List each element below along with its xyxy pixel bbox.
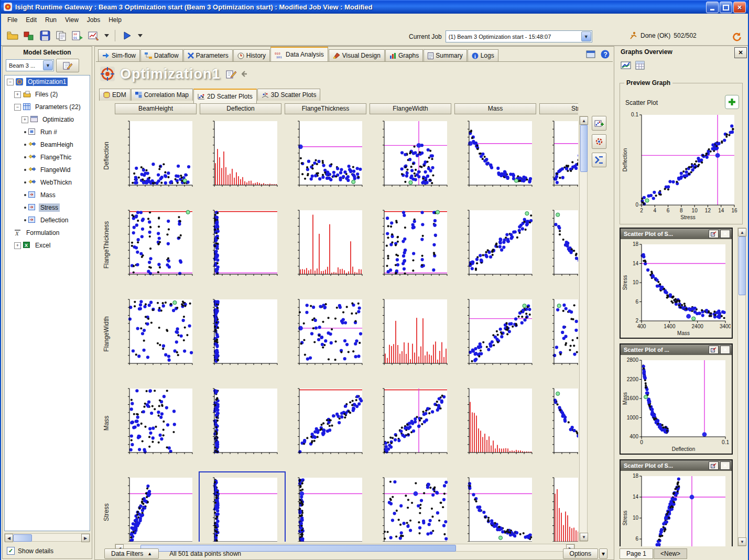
open-model-button[interactable]: [5, 28, 20, 44]
scroll-up-arrow[interactable]: ▲: [580, 116, 588, 125]
matrix-cell-mass-vs-beamheight[interactable]: [115, 383, 200, 472]
close-panel-button[interactable]: ✕: [734, 47, 747, 58]
collapse-icon[interactable]: −: [14, 104, 21, 111]
scroll-down-arrow[interactable]: ▼: [738, 537, 746, 546]
tree-item-beamheigh[interactable]: BeamHeigh: [5, 138, 90, 151]
save-button[interactable]: [37, 28, 52, 44]
scatter-plot[interactable]: 400100016002200280000.1MassDeflection: [622, 356, 731, 453]
run-button[interactable]: [120, 28, 135, 44]
float-panel-button[interactable]: [585, 49, 596, 59]
collapse-icon[interactable]: −: [7, 79, 14, 85]
options-dropdown-button[interactable]: ▾: [599, 548, 607, 559]
tree-item-run[interactable]: Run #: [5, 126, 90, 138]
subtab-edm[interactable]: EDM: [99, 89, 131, 101]
graph-template-dropdown[interactable]: [102, 28, 111, 44]
tree-item-files-2[interactable]: +Files (2): [5, 88, 90, 101]
options-button[interactable]: Options: [563, 548, 598, 559]
matrix-cell-flangewidth-vs-mass[interactable]: [454, 294, 539, 383]
scroll-up-arrow[interactable]: ▲: [738, 228, 746, 236]
subtab-2d-scatter-plots[interactable]: 2D Scatter Plots: [193, 89, 257, 103]
export-graph-button[interactable]: [709, 461, 719, 470]
matrix-vertical-scrollbar[interactable]: ▲ ▼: [579, 116, 588, 542]
tree-item-mass[interactable]: Mass: [5, 189, 90, 201]
edit-title-button[interactable]: [226, 69, 236, 79]
tree-item-webthickn[interactable]: WebThickn: [5, 176, 90, 189]
refresh-button[interactable]: [730, 30, 743, 43]
export-graph-button[interactable]: [709, 346, 719, 354]
matrix-cell-flangewidth-vs-beamheight[interactable]: [115, 294, 200, 383]
tab-parameters[interactable]: Parameters: [183, 49, 233, 61]
close-graph-button[interactable]: ✕: [720, 230, 730, 238]
matrix-cell-stress-vs-flangewidth[interactable]: [370, 472, 454, 542]
graphs-vertical-scrollbar[interactable]: ▲ ▼: [737, 228, 746, 546]
scatter-plot[interactable]: 26101418400140024003400StressMass: [622, 240, 731, 337]
page-tab-page-1[interactable]: Page 1: [620, 548, 653, 559]
dropdown-arrow-icon[interactable]: ▼: [581, 31, 591, 41]
column-header-mass[interactable]: Mass: [454, 103, 536, 114]
menu-jobs[interactable]: Jobs: [83, 15, 104, 25]
expand-icon[interactable]: +: [14, 91, 21, 98]
matrix-cell-stress-vs-mass[interactable]: [454, 472, 539, 542]
model-edit-button[interactable]: [56, 59, 79, 72]
graph-window-titlebar[interactable]: Scatter Plot of S...✕: [621, 460, 732, 471]
graph-settings-button[interactable]: [592, 134, 606, 149]
scrollbar-thumb[interactable]: [580, 125, 588, 172]
matrix-cell-mass-vs-flangewidth[interactable]: [370, 383, 454, 472]
scroll-left-arrow[interactable]: ◀: [5, 534, 13, 542]
subtab-3d-scatter-plots[interactable]: 3D Scatter Plots: [257, 89, 321, 101]
matrix-cell-mass-vs-flangethickness[interactable]: [285, 383, 370, 472]
matrix-cell-flangewidth-vs-stress[interactable]: [539, 294, 578, 383]
close-button[interactable]: ✕: [733, 2, 746, 13]
matrix-cell-stress-vs-deflection[interactable]: [200, 472, 285, 542]
tab-dataflow[interactable]: Dataflow: [140, 49, 183, 61]
tab-graphs[interactable]: Graphs: [385, 49, 423, 61]
column-header-flangethickness[interactable]: FlangeThickness: [285, 103, 366, 114]
matrix-cell-stress-vs-beamheight[interactable]: [115, 472, 200, 542]
matrix-cell-mass-vs-stress[interactable]: [539, 383, 578, 472]
tree-item-excel[interactable]: +XExcel: [5, 239, 90, 252]
tab-data-analysis[interactable]: 010101Data Analysis: [270, 47, 328, 61]
matrix-cell-deflection-vs-flangethickness[interactable]: [285, 116, 370, 205]
matrix-cell-deflection-vs-beamheight[interactable]: [115, 116, 200, 205]
matrix-cell-mass-vs-deflection[interactable]: [200, 383, 285, 472]
tree-horizontal-scrollbar[interactable]: ◀ ▶: [4, 533, 90, 542]
tab-summary[interactable]: Summary: [424, 49, 466, 61]
graph-view-icon[interactable]: [621, 61, 631, 70]
column-header-flangewidth[interactable]: FlangeWidth: [370, 103, 451, 114]
matrix-cell-deflection-vs-flangewidth[interactable]: [370, 116, 454, 205]
menu-help[interactable]: Help: [104, 15, 126, 25]
scrollbar-thumb[interactable]: [13, 534, 32, 542]
matrix-cell-flangethickness-vs-flangewidth[interactable]: [370, 205, 454, 294]
tab-history[interactable]: History: [233, 49, 270, 61]
subtab-correlation-map[interactable]: Correlation Map: [131, 89, 193, 101]
matrix-cell-stress-vs-flangethickness[interactable]: [285, 472, 370, 542]
matrix-cell-deflection-vs-mass[interactable]: [454, 116, 539, 205]
menu-edit[interactable]: Edit: [21, 15, 41, 25]
menu-run[interactable]: Run: [41, 15, 61, 25]
tab-logs[interactable]: iLogs: [468, 49, 498, 61]
matrix-cell-flangethickness-vs-mass[interactable]: [454, 205, 539, 294]
scroll-right-arrow[interactable]: ▶: [81, 534, 90, 542]
column-header-beamheight[interactable]: BeamHeight: [115, 103, 197, 114]
matrix-cell-deflection-vs-deflection[interactable]: [200, 116, 285, 205]
components-button[interactable]: [21, 28, 36, 44]
export-graph-button[interactable]: [709, 230, 719, 238]
run-dropdown[interactable]: [136, 28, 144, 44]
scrollbar-thumb[interactable]: [739, 236, 746, 295]
graph-window-titlebar[interactable]: Scatter Plot of S...✕: [621, 229, 732, 239]
matrix-cell-flangethickness-vs-deflection[interactable]: [200, 205, 285, 294]
data-filters-button[interactable]: Data Filters ▲: [104, 548, 159, 559]
tab-sim-flow[interactable]: Sim-flow: [98, 49, 140, 61]
matrix-cell-mass-vs-mass[interactable]: [454, 383, 539, 472]
maximize-button[interactable]: [720, 2, 732, 13]
matrix-cell-flangethickness-vs-beamheight[interactable]: [115, 205, 200, 294]
parameters-filter-button[interactable]: [592, 153, 606, 167]
matrix-cell-flangewidth-vs-flangethickness[interactable]: [285, 294, 370, 383]
save-copy-button[interactable]: [53, 28, 69, 44]
help-button[interactable]: ?: [599, 49, 611, 59]
matrix-cell-stress-vs-stress[interactable]: [539, 472, 578, 542]
tree-item-optimization1[interactable]: −Optimization1: [5, 76, 90, 88]
matrix-cell-deflection-vs-stress[interactable]: [539, 116, 578, 205]
tree-item-parameters-22[interactable]: −Parameters (22): [5, 101, 90, 113]
tree-item-flangewid[interactable]: FlangeWid: [5, 164, 90, 176]
